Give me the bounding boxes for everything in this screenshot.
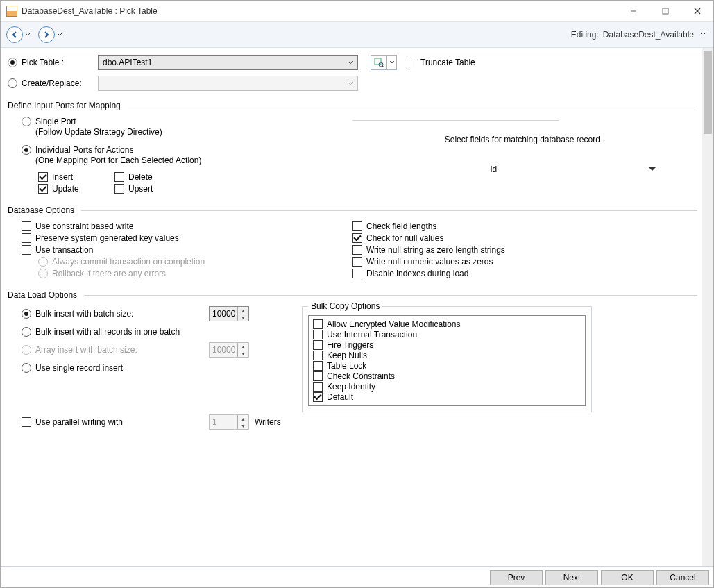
txn-rollback-label: Rollback if there are any errors [52, 269, 166, 278]
chevron-down-icon [649, 167, 656, 171]
preserve-key-checkbox[interactable] [22, 233, 31, 243]
nav-back-dropdown[interactable] [24, 26, 31, 43]
create-replace-label: Create/Replace: [22, 78, 98, 88]
create-replace-radio[interactable] [8, 78, 17, 88]
bulk-keep-nulls-checkbox[interactable] [313, 351, 323, 360]
window-title: DatabaseDest_Available : Pick Table [22, 6, 158, 16]
array-batch-value: 10000 [210, 343, 237, 357]
bulk-encrypted-checkbox[interactable] [313, 319, 323, 329]
array-batch-radio [22, 345, 31, 355]
bulk-all-radio[interactable] [22, 327, 31, 337]
bulk-copy-legend: Bulk Copy Options [308, 301, 382, 311]
bulk-batch-radio[interactable] [22, 309, 31, 319]
pick-table-combo[interactable]: dbo.APITest1 [98, 55, 358, 70]
editing-value: DatabaseDest_Available [603, 30, 694, 40]
disable-index-checkbox[interactable] [352, 269, 362, 278]
chevron-down-icon [390, 61, 394, 64]
null-string-label: Write null string as zero length strings [366, 245, 505, 255]
update-label: Update [52, 184, 114, 194]
bulk-table-lock-checkbox[interactable] [313, 361, 323, 371]
single-port-sublabel: (Follow Update Strategy Directive) [35, 127, 162, 137]
prev-button[interactable]: Prev [490, 570, 543, 585]
pick-table-radio[interactable] [8, 58, 17, 67]
individual-ports-label: Individual Ports for Actions [35, 145, 133, 155]
update-checkbox[interactable] [38, 184, 48, 194]
scrollbar-thumb[interactable] [704, 51, 712, 134]
editing-dropdown[interactable] [698, 33, 708, 36]
insert-checkbox[interactable] [38, 172, 48, 182]
create-replace-combo[interactable] [98, 76, 358, 91]
maximize-button[interactable] [649, 1, 681, 22]
spinner-up-icon[interactable]: ▲ [238, 307, 248, 314]
spinner-up-icon: ▲ [238, 415, 248, 422]
maximize-icon [662, 8, 669, 15]
check-null-checkbox[interactable] [352, 233, 362, 243]
delete-checkbox[interactable] [114, 172, 124, 182]
nav-back-button[interactable] [6, 26, 23, 43]
content-area: Pick Table : dbo.APITest1 Truncate Table [1, 48, 702, 566]
array-batch-spinner: 10000 ▲▼ [209, 342, 249, 358]
txn-commit-label: Always commit transaction on completion [52, 257, 205, 267]
editing-label: Editing: [571, 30, 599, 40]
ok-button[interactable]: OK [601, 570, 654, 585]
ports-group-title: Define Input Ports for Mapping [8, 101, 697, 110]
load-group: Bulk insert with batch size: 10000 ▲▼ Bu… [8, 304, 697, 432]
disable-index-label: Disable indexes during load [366, 269, 468, 278]
check-length-label: Check field lengths [366, 221, 436, 231]
constraint-write-checkbox[interactable] [22, 221, 31, 231]
bulk-copy-group: Bulk Copy Options Allow Encrypted Value … [302, 301, 592, 412]
null-numeric-label: Write null numeric values as zeros [366, 257, 493, 267]
chevron-down-icon [345, 57, 356, 68]
nav-forward-button[interactable] [38, 26, 55, 43]
null-numeric-checkbox[interactable] [352, 257, 362, 267]
bulk-keep-identity-checkbox[interactable] [313, 382, 323, 392]
bulk-copy-list: Allow Encrypted Value Modifications Use … [308, 315, 586, 406]
pick-table-row: Pick Table : dbo.APITest1 Truncate Table [8, 55, 697, 70]
toolbar: Editing: DatabaseDest_Available [1, 22, 713, 48]
chevron-down-icon [25, 33, 31, 36]
spinner-down-icon[interactable]: ▼ [238, 314, 248, 321]
minimize-button[interactable] [618, 1, 649, 22]
bulk-keep-nulls-label: Keep Nulls [327, 351, 367, 360]
bulk-fire-triggers-label: Fire Triggers [327, 340, 373, 350]
dbopts-group: Use constraint based write Preserve syst… [8, 219, 697, 280]
txn-commit-radio [38, 257, 48, 267]
spinner-down-icon: ▼ [238, 422, 248, 429]
bulk-check-constraints-checkbox[interactable] [313, 371, 323, 381]
vertical-scrollbar[interactable] [702, 48, 713, 566]
create-replace-row: Create/Replace: [8, 76, 697, 91]
app-icon [6, 6, 17, 17]
close-button[interactable] [681, 1, 713, 22]
bulk-default-checkbox[interactable] [313, 392, 323, 402]
truncate-checkbox[interactable] [407, 58, 416, 67]
bulk-internal-txn-checkbox[interactable] [313, 330, 323, 339]
individual-ports-radio[interactable] [22, 145, 31, 155]
match-fields-label: Select fields for matching database reco… [445, 135, 605, 144]
bulk-fire-triggers-checkbox[interactable] [313, 340, 323, 350]
chevron-down-icon [700, 33, 706, 36]
chevron-down-icon [345, 78, 356, 89]
null-string-checkbox[interactable] [352, 245, 362, 255]
check-length-checkbox[interactable] [352, 221, 362, 231]
upsert-checkbox[interactable] [114, 184, 124, 194]
bulk-batch-label: Bulk insert with batch size: [35, 309, 209, 319]
svg-line-6 [382, 66, 384, 67]
use-transaction-checkbox[interactable] [22, 245, 31, 255]
single-port-radio[interactable] [22, 117, 31, 126]
browse-table-button[interactable] [371, 55, 387, 70]
arrow-left-icon [10, 31, 19, 39]
browse-table-dropdown[interactable] [387, 55, 397, 70]
parallel-writers-value: 1 [210, 415, 237, 429]
single-port-label: Single Port [35, 117, 76, 126]
match-field-select[interactable]: id [352, 161, 697, 178]
single-insert-radio[interactable] [22, 363, 31, 373]
parallel-write-checkbox[interactable] [22, 417, 31, 427]
single-insert-label: Use single record insert [35, 363, 123, 373]
titlebar: DatabaseDest_Available : Pick Table [1, 1, 713, 22]
bulk-batch-spinner[interactable]: 10000 ▲▼ [209, 306, 249, 321]
load-group-title: Data Load Options [8, 290, 697, 300]
cancel-button[interactable]: Cancel [656, 570, 709, 585]
nav-forward-dropdown[interactable] [56, 26, 63, 43]
next-button[interactable]: Next [545, 570, 598, 585]
parallel-write-label: Use parallel writing with [35, 417, 209, 427]
